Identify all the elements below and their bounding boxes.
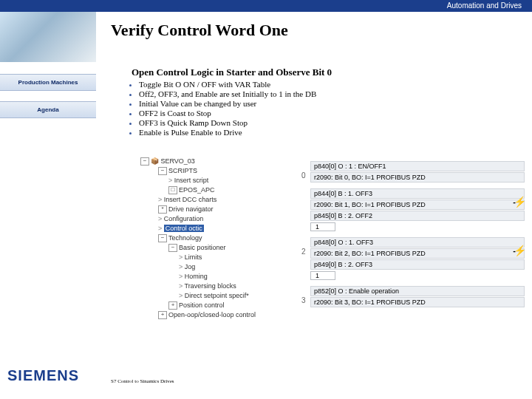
siemens-logo: SIEMENS [7,367,79,384]
tree-item[interactable]: +Open-oop/closed-loop control [140,310,299,320]
param-line: p848[0] O : 1. OFF3 [310,237,525,248]
param-group: p844[0] B : 1. OFF3r2090: Bit 1, BO: I=1… [310,188,525,231]
param-line: r2090: Bit 0, BO: I=1 PROFIBUS PZD [310,172,525,183]
bullet-item: OFF3 is Quick Ramp Down Stop [139,118,517,128]
param-group: 0p840[0] O : 1 : EN/OFF1r2090: Bit 0, BO… [310,161,525,183]
param-line: r2090: Bit 2, BO: I=1 PROFIBUS PZD [310,248,525,259]
tree-root[interactable]: −📦 SERVO_03 [140,157,299,166]
param-group: 3p852[0] O : Enable operationr2090: Bit … [310,286,525,307]
param-line: r2090: Bit 1, BO: I=1 PROFIBUS PZD [310,200,525,210]
bullet-item: Initial Value can be changed by user [139,99,517,109]
value-box[interactable]: 1 [310,271,335,280]
param-line: p849[0] B : 2. OFF3 [310,259,525,270]
tree-item[interactable]: −Basic positioner [140,243,299,253]
param-line: r2090: Bit 3, BO: I=1 PROFIBUS PZD [310,297,525,307]
param-line: p852[0] O : Enable operation [310,286,525,296]
navigator-tree: −📦 SERVO_03−SCRIPTS> Insert script□EPOS_… [140,157,299,320]
top-band: Automation and Drives [0,0,532,12]
value-box[interactable]: 1 [310,222,335,231]
param-group: 2p848[0] O : 1. OFF3r2090: Bit 2, BO: I=… [310,237,525,280]
tree-item[interactable]: +Position control [140,301,299,310]
tree-item[interactable]: −SCRIPTS [140,166,299,176]
param-line: p845[0] B : 2. OFF2 [310,211,525,221]
tree-item[interactable]: > Traversing blocks [140,282,299,291]
header-image [0,12,97,62]
param-line: p844[0] B : 1. OFF3 [310,188,525,199]
tree-item[interactable]: □EPOS_APC [140,185,299,195]
tree-item[interactable]: > Limits [140,253,299,262]
bullet-item: OFF2 is Coast to Stop [139,109,517,118]
param-line: p840[0] O : 1 : EN/OFF1 [310,161,525,171]
footer-left: S7 Control to Sinamics Drives [111,378,174,384]
bullet-item: Off2, OFF3, and Enable are set Initially… [139,89,517,99]
bullet-item: Toggle Bit O ON / OFF with VAR Table [139,80,517,89]
tree-item[interactable]: > Configuration [140,214,299,224]
bullet-item: Enable is Pulse Enable to Drive [139,128,517,137]
tree-item[interactable]: *Drive navigator [140,205,299,214]
tree-item[interactable]: > Insert DCC charts [140,195,299,205]
tree-item[interactable]: > Control octic [140,224,299,233]
tree-item[interactable]: > Direct setpoint specif* [140,291,299,301]
tree-item[interactable]: > Homing [140,272,299,282]
tree-item[interactable]: > Jog [140,262,299,272]
sidebar: Production Machines Agenda [0,74,96,129]
parameter-panel: 0p840[0] O : 1 : EN/OFF1r2090: Bit 0, BO… [310,161,525,313]
bullet-list: Toggle Bit O ON / OFF with VAR TableOff2… [127,80,517,137]
sidebar-item-agenda[interactable]: Agenda [0,101,96,118]
page-title: Verify Control Word One [111,21,288,40]
sidebar-item-production[interactable]: Production Machines [0,74,96,91]
sub-title: Open Control Logic in Starter and Observ… [132,66,332,78]
tree-item[interactable]: −Technology [140,233,299,243]
tree-item[interactable]: > Insert script [140,176,299,185]
